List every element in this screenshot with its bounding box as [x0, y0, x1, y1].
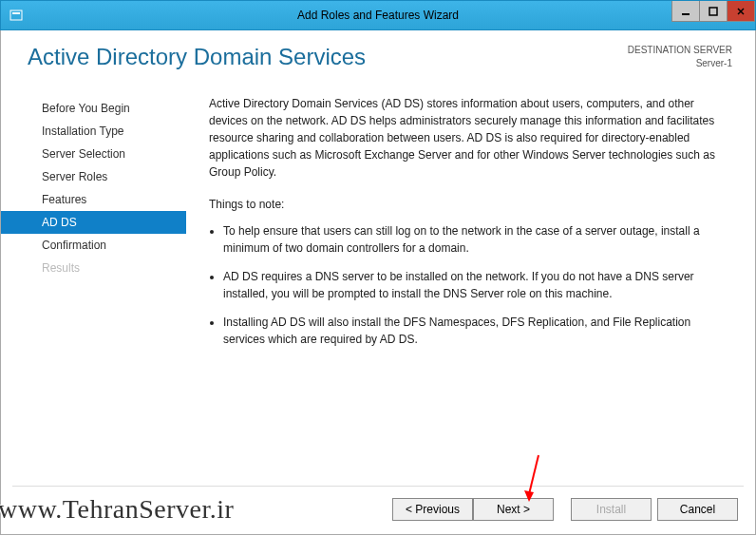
svg-rect-0 — [10, 10, 22, 20]
destination-server: Server-1 — [628, 57, 732, 70]
sidebar-item-server-selection[interactable]: Server Selection — [1, 143, 186, 165]
notes-list: To help ensure that users can still log … — [209, 222, 730, 348]
intro-text: Active Directory Domain Services (AD DS)… — [209, 95, 730, 181]
note-item: To help ensure that users can still log … — [223, 222, 730, 257]
header-row: Active Directory Domain Services DESTINA… — [1, 44, 755, 70]
sidebar: Before You Begin Installation Type Serve… — [1, 89, 186, 359]
sidebar-item-installation-type[interactable]: Installation Type — [1, 120, 186, 143]
watermark: www.TehranServer.ir — [0, 494, 234, 525]
destination-label: DESTINATION SERVER — [628, 44, 732, 57]
app-icon — [9, 8, 24, 23]
sidebar-item-server-roles[interactable]: Server Roles — [1, 165, 186, 188]
content-pane: Active Directory Domain Services (AD DS)… — [186, 89, 738, 359]
main-area: Before You Begin Installation Type Serve… — [1, 89, 755, 359]
wizard-body: Active Directory Domain Services DESTINA… — [0, 30, 756, 535]
close-button[interactable] — [727, 1, 755, 22]
next-button[interactable]: Next > — [473, 498, 554, 521]
destination-info: DESTINATION SERVER Server-1 — [628, 44, 732, 70]
window-controls — [672, 1, 755, 22]
sidebar-item-ad-ds[interactable]: AD DS — [1, 211, 186, 234]
maximize-button[interactable] — [699, 1, 728, 22]
note-item: AD DS requires a DNS server to be instal… — [223, 268, 730, 302]
divider — [12, 486, 744, 487]
sidebar-item-results: Results — [1, 257, 186, 279]
install-button: Install — [571, 498, 652, 521]
svg-line-6 — [529, 455, 539, 494]
svg-rect-3 — [709, 8, 717, 15]
window-title: Add Roles and Features Wizard — [297, 9, 459, 22]
notes-heading: Things to note: — [209, 196, 730, 213]
sidebar-item-confirmation[interactable]: Confirmation — [1, 234, 186, 257]
page-heading: Active Directory Domain Services — [28, 44, 366, 70]
svg-rect-1 — [12, 12, 20, 14]
sidebar-item-before-you-begin[interactable]: Before You Begin — [1, 97, 186, 120]
button-row: < Previous Next > Install Cancel — [392, 498, 738, 521]
note-item: Installing AD DS will also install the D… — [223, 314, 730, 348]
minimize-button[interactable] — [671, 1, 700, 22]
title-bar: Add Roles and Features Wizard — [0, 0, 756, 30]
cancel-button[interactable]: Cancel — [657, 498, 738, 521]
previous-button[interactable]: < Previous — [392, 498, 473, 521]
sidebar-item-features[interactable]: Features — [1, 188, 186, 211]
